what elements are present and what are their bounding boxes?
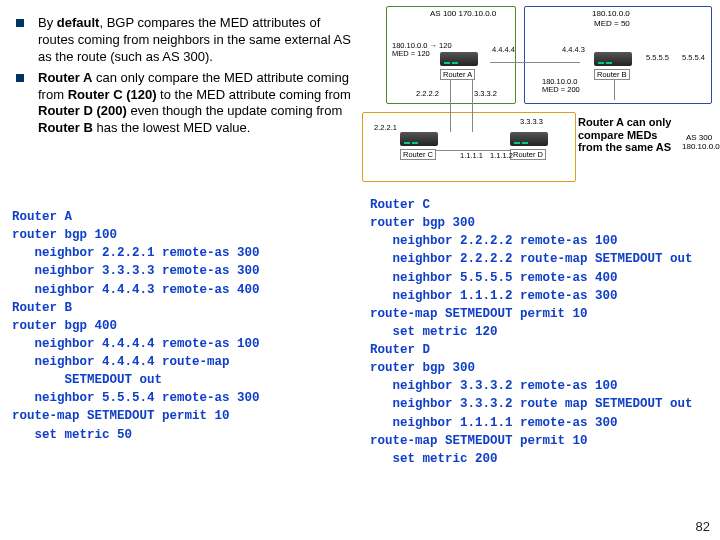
as100-label: AS 100 170.10.0.0 (430, 10, 496, 19)
router-c-label: Router C (400, 149, 436, 160)
ip-5554: 5.5.5.4 (682, 54, 705, 62)
callout: Router A can only compare MEDs from the … (578, 116, 678, 154)
text: even though the update coming from (127, 103, 342, 118)
text: has the lowest MED value. (93, 120, 251, 135)
med-120: 180.10.0.0 → 120 MED = 120 (392, 42, 452, 57)
link-a-b (490, 62, 580, 63)
page-number: 82 (696, 519, 710, 534)
ip-1111: 1.1.1.1 (460, 152, 483, 160)
ip-3333: 3.3.3.3 (520, 118, 543, 126)
text-bold: Router C (120) (68, 87, 157, 102)
router-d: Router D (510, 132, 550, 160)
bullet-1: By default, BGP compares the MED attribu… (10, 15, 360, 66)
text-bold: Router D (200) (38, 103, 127, 118)
text: to the MED attribute coming from (156, 87, 350, 102)
text: By (38, 15, 57, 30)
med-200: 180.10.0.0 MED = 200 (542, 78, 580, 93)
square-bullet-icon (16, 19, 24, 27)
router-icon (510, 132, 548, 146)
router-icon (400, 132, 438, 146)
ip-3332: 3.3.3.2 (474, 90, 497, 98)
text-bold: Router A (38, 70, 92, 85)
ip-4443: 4.4.4.3 (562, 46, 585, 54)
network-diagram: AS 100 170.10.0.0 180.10.0.0 MED = 50 AS… (362, 4, 717, 189)
bullet-1-text: By default, BGP compares the MED attribu… (38, 15, 360, 66)
ip-1112: 1.1.1.2 (490, 152, 513, 160)
as400-label-2: MED = 50 (594, 20, 630, 29)
ip-5555: 5.5.5.5 (646, 54, 669, 62)
ip-2222: 2.2.2.2 (416, 90, 439, 98)
square-bullet-icon (16, 74, 24, 82)
ip-2221: 2.2.2.1 (374, 124, 397, 132)
as400-label-1: 180.10.0.0 (592, 10, 630, 19)
link-a-d (472, 76, 473, 132)
router-a-label: Router A (440, 69, 475, 80)
router-b: Router B (594, 52, 634, 80)
bullet-list: By default, BGP compares the MED attribu… (10, 15, 360, 141)
config-left: Router A router bgp 100 neighbor 2.2.2.1… (12, 208, 260, 444)
bullet-2-text: Router A can only compare the MED attrib… (38, 70, 360, 138)
router-icon (594, 52, 632, 66)
router-c: Router C (400, 132, 440, 160)
router-d-label: Router D (510, 149, 546, 160)
bullet-2: Router A can only compare the MED attrib… (10, 70, 360, 138)
ip-4444: 4.4.4.4 (492, 46, 515, 54)
text-bold: Router B (38, 120, 93, 135)
text-bold: default (57, 15, 100, 30)
config-right: Router C router bgp 300 neighbor 2.2.2.2… (370, 196, 693, 468)
as300-label: AS 300 180.10.0.0 (682, 134, 716, 152)
router-b-label: Router B (594, 69, 630, 80)
link-a-c (450, 76, 451, 132)
